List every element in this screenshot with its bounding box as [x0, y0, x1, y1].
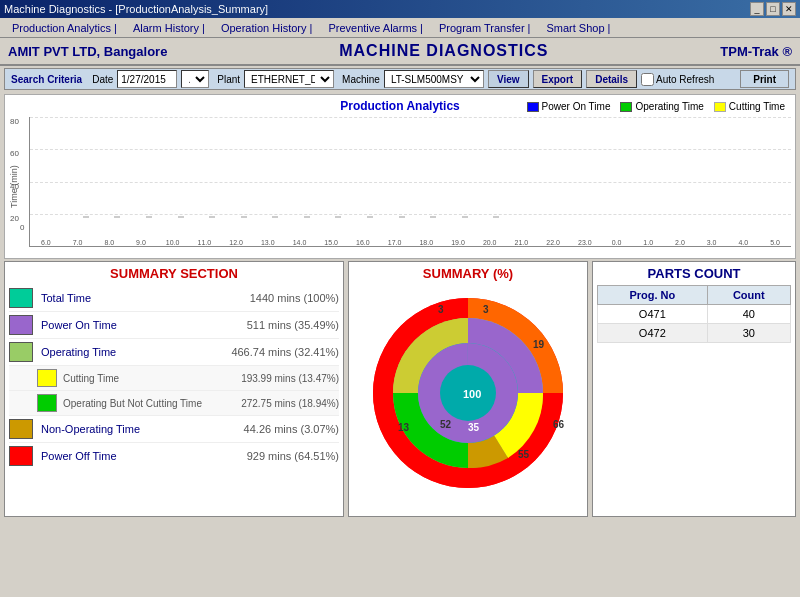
menu-preventive-alarms[interactable]: Preventive Alarms |	[320, 21, 431, 35]
view-button[interactable]: View	[488, 70, 529, 88]
x-label-23: 5.0	[759, 239, 791, 246]
bottom-section: SUMMARY SECTION Total Time 1440 mins (10…	[4, 261, 796, 517]
operating-time-color	[9, 342, 33, 362]
plant-select[interactable]: ETHERNET_DEMO	[244, 70, 334, 88]
bar-group-7	[253, 216, 284, 218]
date-modifier-select[interactable]: ⊿	[181, 70, 209, 88]
minimize-btn[interactable]: _	[750, 2, 764, 16]
legend-power-on-label: Power On Time	[542, 101, 611, 112]
label-100: 100	[463, 388, 481, 400]
bar-group-11	[379, 216, 410, 218]
summary-row-power-off: Power Off Time 929 mins (64.51%)	[9, 443, 339, 469]
parts-count-title: PARTS COUNT	[597, 266, 791, 281]
details-button[interactable]: Details	[586, 70, 637, 88]
menu-program-transfer[interactable]: Program Transfer |	[431, 21, 539, 35]
grid-line-50	[30, 182, 791, 183]
x-label-8: 14.0	[284, 239, 316, 246]
bar-yellow-4	[178, 216, 184, 218]
menu-operation-history[interactable]: Operation History |	[213, 21, 321, 35]
y-tick-0: 0	[20, 223, 24, 232]
x-label-5: 11.0	[189, 239, 221, 246]
legend-operating-time: Operating Time	[620, 101, 703, 112]
parts-prog-1: O471	[598, 305, 708, 324]
bars-container	[30, 117, 791, 218]
date-label: Date	[92, 74, 113, 85]
total-time-value: 1440 mins (100%)	[209, 292, 339, 304]
x-label-12: 18.0	[410, 239, 442, 246]
power-off-color	[9, 446, 33, 466]
summary-percent-section: SUMMARY (%)	[348, 261, 588, 517]
chart-section: Production Analytics Power On Time Opera…	[4, 94, 796, 259]
plant-label: Plant	[217, 74, 240, 85]
label-3-top: 3	[483, 304, 489, 315]
maximize-btn[interactable]: □	[766, 2, 780, 16]
parts-row-1: O471 40	[598, 305, 791, 324]
menu-smart-shop[interactable]: Smart Shop |	[538, 21, 618, 35]
summary-row-operating: Operating Time 466.74 mins (32.41%)	[9, 339, 339, 366]
x-label-1: 7.0	[62, 239, 94, 246]
summary-percent-title: SUMMARY (%)	[423, 266, 513, 281]
auto-refresh-checkbox-label[interactable]: Auto Refresh	[641, 73, 714, 86]
legend-cutting-color	[714, 102, 726, 112]
y-tick-20: 20	[10, 214, 19, 223]
label-55: 55	[518, 449, 530, 460]
parts-prog-2: O472	[598, 324, 708, 343]
machine-select[interactable]: LT-SLM500MSY	[384, 70, 484, 88]
bar-yellow-1	[83, 216, 89, 218]
menu-production-analytics[interactable]: Production Analytics |	[4, 21, 125, 35]
x-label-18: 0.0	[601, 239, 633, 246]
brand-name: TPM-Trak ®	[720, 44, 792, 59]
app-header: AMIT PVT LTD, Bangalore MACHINE DIAGNOST…	[0, 38, 800, 66]
bar-group-14	[474, 216, 505, 218]
power-on-value: 511 mins (35.49%)	[209, 319, 339, 331]
x-label-11: 17.0	[379, 239, 411, 246]
bar-yellow-6	[241, 216, 247, 218]
summary-row-power-on: Power On Time 511 mins (35.49%)	[9, 312, 339, 339]
close-btn[interactable]: ✕	[782, 2, 796, 16]
print-button[interactable]: Print	[740, 70, 789, 88]
summary-row-not-cutting: Operating But Not Cutting Time 272.75 mi…	[9, 391, 339, 416]
not-cutting-value: 272.75 mins (18.94%)	[209, 398, 339, 409]
label-66: 66	[553, 419, 565, 430]
label-13: 13	[398, 422, 410, 433]
x-label-19: 1.0	[632, 239, 664, 246]
label-19: 19	[533, 339, 545, 350]
export-button[interactable]: Export	[533, 70, 583, 88]
summary-row-total: Total Time 1440 mins (100%)	[9, 285, 339, 312]
menu-bar: Production Analytics | Alarm History | O…	[0, 18, 800, 38]
x-label-10: 16.0	[347, 239, 379, 246]
non-operating-color	[9, 419, 33, 439]
x-label-0: 6.0	[30, 239, 62, 246]
x-label-15: 21.0	[506, 239, 538, 246]
operating-time-value: 466.74 mins (32.41%)	[209, 346, 339, 358]
bar-group-9	[316, 216, 347, 218]
x-label-2: 8.0	[93, 239, 125, 246]
x-label-17: 23.0	[569, 239, 601, 246]
bar-group-12	[411, 216, 442, 218]
bar-group-6	[221, 216, 252, 218]
auto-refresh-checkbox[interactable]	[641, 73, 654, 86]
parts-count-2: 30	[707, 324, 790, 343]
bar-group-8	[285, 216, 316, 218]
bar-yellow-10	[367, 216, 373, 218]
x-label-13: 19.0	[442, 239, 474, 246]
x-label-16: 22.0	[537, 239, 569, 246]
cutting-time-color	[37, 369, 57, 387]
bar-group-13	[443, 216, 474, 218]
not-cutting-label: Operating But Not Cutting Time	[63, 398, 209, 409]
chart-body: 80 60 40 20 0 6.07.08.09.010.011.012.013…	[29, 117, 791, 247]
x-label-7: 13.0	[252, 239, 284, 246]
date-input[interactable]	[117, 70, 177, 88]
grid-line-25	[30, 149, 791, 150]
title-bar-buttons: _ □ ✕	[750, 2, 796, 16]
bar-yellow-12	[430, 216, 436, 218]
parts-count-1: 40	[707, 305, 790, 324]
x-label-21: 3.0	[696, 239, 728, 246]
bar-yellow-9	[335, 216, 341, 218]
search-criteria-label: Search Criteria	[11, 74, 82, 85]
total-time-color	[9, 288, 33, 308]
x-label-9: 15.0	[315, 239, 347, 246]
summary-section-title: SUMMARY SECTION	[9, 266, 339, 281]
operating-time-label: Operating Time	[41, 346, 209, 358]
menu-alarm-history[interactable]: Alarm History |	[125, 21, 213, 35]
